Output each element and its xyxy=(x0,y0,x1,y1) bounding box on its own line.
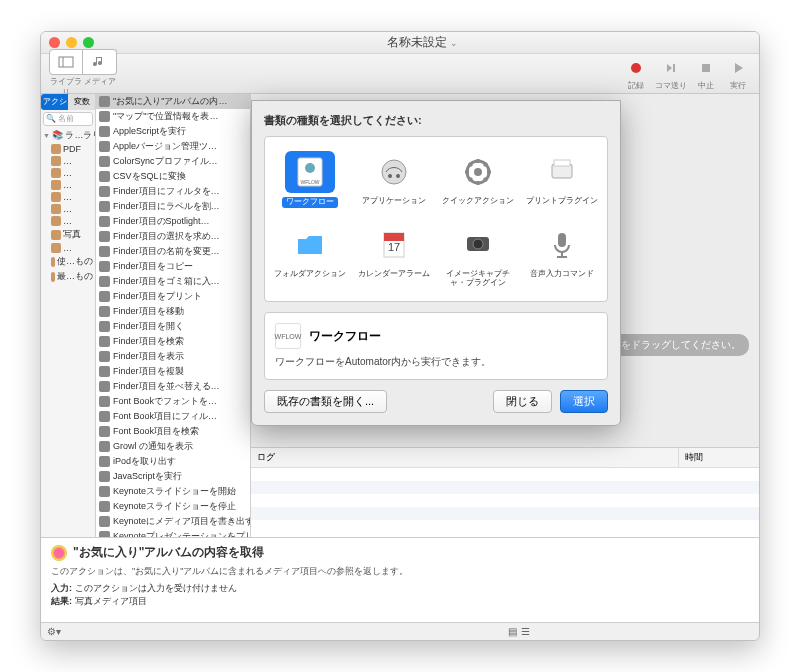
action-item[interactable]: JavaScriptを実行 xyxy=(96,469,250,484)
action-item[interactable]: Appleバージョン管理ツ… xyxy=(96,139,250,154)
log-col-log: ログ xyxy=(251,448,679,467)
library-item[interactable]: … xyxy=(41,203,95,215)
action-item[interactable]: Finder項目を表示 xyxy=(96,349,250,364)
actions-list[interactable]: "お気に入り"アルバムの内…"マップ"で位置情報を表…AppleScriptを実… xyxy=(96,94,251,537)
svg-point-5 xyxy=(305,163,315,173)
library-item[interactable]: … xyxy=(41,191,95,203)
action-item[interactable]: ColorSyncプロファイル… xyxy=(96,154,250,169)
doc-type-4[interactable]: フォルダアクション xyxy=(269,220,351,292)
action-item[interactable]: Finder項目を移動 xyxy=(96,304,250,319)
action-item[interactable]: Finder項目をコピー xyxy=(96,259,250,274)
desc-title: ワークフロー xyxy=(309,328,381,345)
action-item[interactable]: Finder項目にフィルタを… xyxy=(96,184,250,199)
action-info-panel: "お気に入り"アルバムの内容を取得 このアクションは、"お気に入り"アルバムに含… xyxy=(41,537,759,622)
svg-rect-3 xyxy=(702,64,710,72)
new-document-sheet: 書類の種類を選択してください: WFLOWワークフローアプリケーションクイックア… xyxy=(251,100,621,426)
svg-point-9 xyxy=(396,174,400,178)
info-description: このアクションは、"お気に入り"アルバムに含まれるメディア項目への参照を返します… xyxy=(51,565,749,578)
action-item[interactable]: Finder項目をゴミ箱に入… xyxy=(96,274,250,289)
svg-point-2 xyxy=(631,63,641,73)
minimize-window-icon[interactable] xyxy=(66,37,77,48)
stop-button[interactable] xyxy=(693,56,719,80)
desc-text: ワークフローをAutomator内から実行できます。 xyxy=(275,355,597,369)
action-item[interactable]: iPodを取り出す xyxy=(96,454,250,469)
footer-bar: ⚙︎▾ ▤ ☰ xyxy=(41,622,759,640)
tab-variables[interactable]: 変数 xyxy=(68,94,95,110)
library-item[interactable]: … xyxy=(41,155,95,167)
media-button[interactable] xyxy=(83,49,117,75)
library-item[interactable]: PDF xyxy=(41,143,95,155)
step-button[interactable] xyxy=(658,56,684,80)
action-item[interactable]: Font Book項目を検索 xyxy=(96,424,250,439)
action-item[interactable]: Keynoteにメディア項目を書き出す xyxy=(96,514,250,529)
toolbar: ライブラリ メディア 記録 コマ送り 中止 実行 xyxy=(41,54,759,94)
action-item[interactable]: Finder項目を開く xyxy=(96,319,250,334)
titlebar: 名称未設定 ⌄ xyxy=(41,32,759,54)
action-item[interactable]: Growl の通知を表示 xyxy=(96,439,250,454)
svg-text:17: 17 xyxy=(388,241,400,253)
action-item[interactable]: Finder項目の選択を求め… xyxy=(96,229,250,244)
action-item[interactable]: Keynoteスライドショーを開始 xyxy=(96,484,250,499)
run-button[interactable] xyxy=(725,56,751,80)
action-item[interactable]: Keynoteプレゼンテーションをプリント xyxy=(96,529,250,537)
tab-actions[interactable]: アクション xyxy=(41,94,68,110)
library-item[interactable]: 写真 xyxy=(41,227,95,242)
library-item[interactable]: … xyxy=(41,215,95,227)
action-item[interactable]: Font Bookでフォントを… xyxy=(96,394,250,409)
action-item[interactable]: Finder項目のSpotlight… xyxy=(96,214,250,229)
doc-type-1[interactable]: アプリケーション xyxy=(353,147,435,212)
doc-type-7[interactable]: 音声入力コマンド xyxy=(521,220,603,292)
action-item[interactable]: Finder項目を複製 xyxy=(96,364,250,379)
action-item[interactable]: "お気に入り"アルバムの内… xyxy=(96,94,250,109)
view-list-icon[interactable]: ▤ xyxy=(508,626,517,637)
library-root[interactable]: ▼📚 ラ…ラリ xyxy=(41,128,95,143)
view-flow-icon[interactable]: ☰ xyxy=(521,626,530,637)
doc-type-5[interactable]: 17カレンダーアラーム xyxy=(353,220,435,292)
log-rows xyxy=(251,468,759,537)
close-window-icon[interactable] xyxy=(49,37,60,48)
svg-rect-13 xyxy=(554,160,570,166)
action-item[interactable]: Finder項目を並べ替える… xyxy=(96,379,250,394)
doc-type-6[interactable]: イメージキャプチャ・プラグイン xyxy=(437,220,519,292)
svg-rect-0 xyxy=(59,57,73,67)
type-description-box: WFLOW ワークフロー ワークフローをAutomator内から実行できます。 xyxy=(264,312,608,380)
gear-icon[interactable]: ⚙︎▾ xyxy=(47,626,61,637)
library-toggle-button[interactable] xyxy=(49,49,83,75)
doc-type-0[interactable]: WFLOWワークフロー xyxy=(269,147,351,212)
library-item[interactable]: 使…もの xyxy=(41,254,95,269)
document-type-grid: WFLOWワークフローアプリケーションクイックアクションプリントプラグインフォル… xyxy=(264,136,608,302)
doc-type-3[interactable]: プリントプラグイン xyxy=(521,147,603,212)
action-item[interactable]: Finder項目を検索 xyxy=(96,334,250,349)
automator-window: 名称未設定 ⌄ ライブラリ メディア 記録 コマ送り 中止 実行 xyxy=(40,31,760,641)
modal-title: 書類の種類を選択してください: xyxy=(264,113,608,128)
workflow-doc-icon: WFLOW xyxy=(275,323,301,349)
action-item[interactable]: Keynoteスライドショーを停止 xyxy=(96,499,250,514)
library-item[interactable]: … xyxy=(41,179,95,191)
zoom-window-icon[interactable] xyxy=(83,37,94,48)
action-item[interactable]: CSVをSQLに変換 xyxy=(96,169,250,184)
photos-app-icon xyxy=(51,545,67,561)
action-item[interactable]: Font Book項目にフィル… xyxy=(96,409,250,424)
action-item[interactable]: Finder項目の名前を変更… xyxy=(96,244,250,259)
doc-type-2[interactable]: クイックアクション xyxy=(437,147,519,212)
svg-point-11 xyxy=(474,168,482,176)
library-item[interactable]: … xyxy=(41,242,95,254)
title-chevron-icon[interactable]: ⌄ xyxy=(450,38,458,48)
window-title: 名称未設定 ⌄ xyxy=(94,34,751,51)
action-item[interactable]: Finder項目をプリント xyxy=(96,289,250,304)
record-button[interactable] xyxy=(623,56,649,80)
library-item[interactable]: 最…もの xyxy=(41,269,95,284)
svg-point-8 xyxy=(388,174,392,178)
close-button[interactable]: 閉じる xyxy=(493,390,552,413)
action-item[interactable]: "マップ"で位置情報を表… xyxy=(96,109,250,124)
svg-point-18 xyxy=(473,239,483,249)
library-item[interactable]: … xyxy=(41,167,95,179)
action-item[interactable]: AppleScriptを実行 xyxy=(96,124,250,139)
action-item[interactable]: Finder項目にラベルを割… xyxy=(96,199,250,214)
log-panel: ログ 時間 xyxy=(251,447,759,537)
open-existing-button[interactable]: 既存の書類を開く... xyxy=(264,390,387,413)
choose-button[interactable]: 選択 xyxy=(560,390,608,413)
svg-rect-15 xyxy=(384,233,404,241)
svg-point-7 xyxy=(382,160,406,184)
search-input[interactable]: 🔍 名前 xyxy=(43,112,93,126)
